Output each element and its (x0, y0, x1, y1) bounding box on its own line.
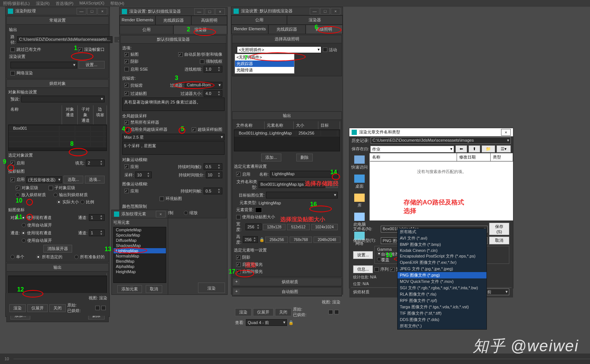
size-768[interactable]: 768x768 (290, 237, 312, 243)
tab-adv-lighting[interactable]: 高级照明 (306, 25, 343, 34)
library-icon[interactable] (354, 194, 365, 202)
title: 渲染设置: 默认扫描线渲染器 (129, 9, 194, 14)
objects-list[interactable]: Box001 (8, 125, 107, 151)
tab-re[interactable]: Render Elements (231, 25, 268, 34)
skip-files-checkbox[interactable] (10, 47, 15, 52)
tab-adv-lighting[interactable]: 高级照明 (191, 16, 227, 25)
render-button-3[interactable]: 渲染 (235, 308, 251, 316)
scanline-header: 默认扫描线渲染器 (121, 36, 226, 44)
filetype-listbox[interactable]: 所有格式AVI 文件 (*.avi)BMP 图像文件 (*.bmp)Kodak … (397, 228, 487, 330)
unwrap-button[interactable]: 仅展开 (27, 304, 48, 312)
del-elem-button[interactable]: 删除 (296, 154, 313, 161)
proj-dropdown[interactable]: (无投影修改器) (26, 176, 62, 183)
opt-radiosity[interactable]: 光能传递 (235, 67, 294, 73)
render-tabs-row1: Render Elements 光线跟踪器 高级照明 (120, 16, 227, 25)
bg-color-swatch[interactable] (255, 207, 262, 213)
gss-dropdown[interactable]: Max 2.5 星 (122, 134, 225, 141)
output-header: 输出 (7, 263, 108, 272)
render-settings-label: 渲染设置 (8, 53, 107, 60)
opt-none[interactable]: <无照明插件> (235, 54, 294, 61)
cancel-button[interactable]: 取消 (146, 285, 162, 293)
ss-maps-checkbox[interactable] (192, 127, 196, 132)
max-button[interactable]: □ (87, 8, 97, 15)
path-label: 路径: (10, 34, 16, 45)
setup-button[interactable]: 设置... (78, 61, 105, 69)
output-label: 输出 (8, 26, 107, 33)
views-button[interactable]: ☰▾ (497, 145, 511, 152)
padding-spinner[interactable]: 2▲▼ (86, 160, 105, 166)
render-frame-checkbox[interactable] (78, 47, 83, 52)
size-1024[interactable]: 1024x1024 (311, 224, 338, 230)
newfolder-button[interactable]: 📁 (482, 145, 495, 152)
elem-name-input[interactable]: LightingMap (270, 171, 338, 178)
size-256[interactable]: 256x256 (265, 237, 288, 243)
obj-output-label: 对象和输出设置 (8, 89, 107, 95)
pc-icon[interactable] (354, 213, 365, 221)
clear-unwrap-button[interactable]: 清除展开器 (43, 245, 72, 253)
info-button[interactable]: 信息... (353, 265, 373, 273)
lightingmap-option[interactable]: LightingMap (114, 248, 166, 253)
add-element-button[interactable]: 添加元素 (117, 285, 142, 293)
general-header: 常规设置 (7, 16, 108, 25)
map-coord-label: 贴图坐标 (8, 206, 107, 213)
add-texture-elements-dialog: 添加纹理元素× 可用元素 CompleteMapSpecularMap Diff… (111, 210, 168, 295)
sel-obj-label: 选定对象设置 (8, 151, 107, 159)
render-main-button[interactable]: 渲染 (198, 283, 225, 293)
folder-dropdown[interactable]: 作业 (370, 146, 454, 152)
disable-samplers-checkbox[interactable] (124, 120, 129, 125)
tab-raytracer[interactable]: 光线跟踪器 (155, 16, 191, 25)
tab-renderer[interactable]: 渲染器 (287, 15, 343, 25)
output-elements-list[interactable]: Box001Lighting... LightingMap 256x256 (234, 130, 340, 151)
proj-map-label: 投影贴图 (8, 167, 107, 175)
target-map-dropdown[interactable] (266, 192, 338, 198)
png-option[interactable]: PNG 图像文件 (*.png) (398, 272, 486, 278)
size-512[interactable]: 512x512 (287, 224, 309, 230)
close-button[interactable]: × (98, 8, 107, 15)
save-button[interactable]: 保存(S) (489, 223, 509, 235)
close-panel-button[interactable]: 关闭 (49, 304, 66, 312)
render-preset-dropdown[interactable] (10, 62, 77, 68)
render-setup-panel-2: 渲染设置: 默认扫描线渲染器 —□× 公用 渲染器 Render Element… (231, 7, 343, 294)
back-button[interactable]: ⬅ (455, 145, 467, 152)
render-button[interactable]: 渲染 (9, 304, 26, 312)
tab-render-elements[interactable]: Render Elements (120, 16, 155, 25)
top-menubar[interactable]: 照明/摄影机(L)渲染(R)首选项(P)MAXScript(X)帮助(H) (0, 0, 590, 7)
ch-use-existing-radio[interactable] (21, 231, 25, 235)
history-dropdown[interactable]: C:\Users\EDZ\Documents\3dsMax\sceneasset… (371, 137, 511, 144)
object-row[interactable]: Box001 (11, 126, 59, 131)
title: 渲染到纹理 (15, 8, 76, 14)
col-name[interactable]: 名称 (8, 105, 62, 124)
obj-channel-spinner[interactable]: 1▲▼ (89, 214, 105, 221)
opt-light-tracer[interactable]: 光跟踪器 (235, 61, 294, 67)
proj-enable-checkbox[interactable] (10, 178, 15, 182)
tab-common[interactable]: 公用 (120, 25, 173, 34)
obj-use-existing-radio[interactable] (21, 216, 25, 220)
quick-access-icon[interactable] (354, 155, 365, 164)
tab-renderer[interactable]: 渲染器 (173, 25, 227, 34)
options-button[interactable]: 选项... (85, 176, 105, 183)
filter-dropdown[interactable]: Catmull-Rom (185, 82, 222, 89)
size-128[interactable]: 128x128 (263, 224, 285, 230)
bake-objects-header: 烘焙对象 (7, 80, 108, 88)
render-to-texture-panel: 渲染到纹理 —□× 常规设置 输出 路径: C:\Users\EDZ\Docum… (5, 7, 110, 317)
pick-button[interactable]: 选取... (64, 176, 83, 183)
add-elem-button[interactable]: 添加... (261, 154, 281, 161)
preset-dropdown[interactable] (21, 96, 105, 102)
tab-rt[interactable]: 光线跟踪器 (268, 25, 305, 34)
timeline[interactable]: 10 (0, 354, 590, 364)
setup-file-button[interactable]: 设置... (353, 251, 373, 259)
min-button[interactable]: — (77, 8, 86, 15)
elements-listbox[interactable]: CompleteMapSpecularMap DiffuseMapShadows… (113, 227, 166, 283)
places-sidebar[interactable]: 快速访问 桌面 库 此电脑 网络 (349, 153, 370, 220)
enable-gss-checkbox[interactable] (124, 127, 129, 132)
lighting-plugin-dropdown[interactable]: <无照明插件> (237, 46, 321, 53)
tab-common[interactable]: 公用 (231, 15, 287, 25)
size-2048[interactable]: 2048x2048 (313, 237, 340, 243)
app-icon (8, 9, 13, 14)
desktop-icon[interactable] (354, 175, 365, 183)
up-button[interactable]: ⬆ (469, 145, 480, 152)
cancel-save-button[interactable]: 取消 (489, 237, 509, 244)
path-input[interactable]: C:\Users\EDZ\Documents\3dsMax\sceneasset… (17, 36, 112, 43)
enable-checkbox[interactable] (10, 161, 15, 165)
network-checkbox[interactable] (10, 71, 15, 75)
